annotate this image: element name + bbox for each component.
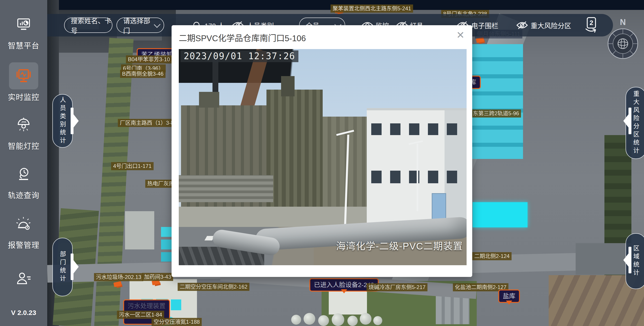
video-watermark: 海湾化学-二级-PVC二期装置 [336,238,463,252]
modal-title: 二期SPVC化学品仓库南门口5-106 [179,32,306,44]
search-placeholder: 搜索姓名、卡号 [64,15,112,35]
map-label[interactable]: 东第三跨2轨道5-96 [471,109,521,117]
map-label[interactable]: 空分空压液氮1-188 [152,318,202,326]
eye-off-icon[interactable] [516,21,528,30]
sidebar-label: 智能灯控 [8,140,39,151]
compass-north-label: N [620,18,626,27]
map-label[interactable]: 厂区南主路西（1）3-85 [118,119,179,127]
sidebar-label: 实时监控 [8,91,39,102]
sidebar-label: 报警管理 [8,239,39,250]
sidebar-item-smart-platform[interactable]: 智慧平台 [0,11,47,51]
map-label[interactable]: 4号门出口1-171 [111,162,154,170]
map-label[interactable]: B04甲苯非芳3-10 [126,55,172,64]
map-label[interactable]: 二期空分空压车间北侧2-162 [178,283,249,291]
video-timestamp: 2023/09/01 12:37:26 [180,50,298,62]
map-label[interactable]: 污水垃圾场-202.13 [94,273,143,281]
badge-count: 2 [590,19,593,26]
app-version: V 2.0.23 [0,309,47,316]
risk-zone-stats-expand-arrow[interactable] [618,108,632,135]
label-pointer [506,300,512,308]
personnel-stats-expand-arrow[interactable] [70,108,84,135]
department-select[interactable]: 请选择部门 [116,18,164,33]
toggle-major-risk-zone[interactable]: 重大风险分区 [531,20,571,30]
sidebar-item-smart-lighting[interactable]: 智能灯控 [0,111,47,151]
alarm-bell-gear-icon [16,217,31,231]
area-stats-expand-arrow[interactable] [618,247,632,274]
map-label[interactable]: 加药间3-43 [142,273,173,281]
screen-switch-icon[interactable]: 2 [584,17,598,34]
toggle-electronic-fence[interactable]: 电子围栏 [471,20,498,30]
realtime-monitor-icon [16,68,32,83]
map-label[interactable]: 聚苯装置北侧西北主路东侧5-241 [330,5,413,13]
close-icon[interactable]: ✕ [456,30,464,40]
sidebar-item-personnel-list[interactable] [0,265,47,292]
map-label[interactable]: 污水一区二区1-84 [117,311,164,319]
compass[interactable]: N [607,28,638,59]
map-label[interactable]: B西南侧全貌3-46 [120,70,166,78]
app-root: 聚苯装置北侧西北主路东侧5-2418号门东北角2-238侧月台东侧5-111苯乙… [0,0,644,326]
smart-lamp-icon [16,118,31,132]
sidebar-item-realtime-monitor[interactable]: 实时监控 [0,62,47,102]
platform-monitor-icon [16,18,31,31]
tab-personnel-category-stats[interactable]: 人员类别统计 [52,94,73,148]
person-list-icon [16,272,31,285]
sidebar-label: 智慧平台 [8,40,39,51]
sidebar-item-track-query[interactable]: 轨迹查询 [0,160,47,200]
map-label[interactable]: 烧碱冷冻厂房东侧5-217 [366,283,428,291]
camera-feed-modal: 二期SPVC化学品仓库南门口5-106 ✕ [172,25,472,277]
department-placeholder: 请选择部门 [117,15,154,35]
department-stats-expand-arrow[interactable] [70,253,84,280]
sidebar-item-alarm-management[interactable]: 报警管理 [0,210,47,250]
label-pointer [341,289,347,296]
camera-video-frame: 2023/09/01 12:37:26 海湾化学-二级-PVC二期装置 [179,49,466,265]
search-input[interactable]: 搜索姓名、卡号 [64,18,112,33]
map-label[interactable]: 盐库 [498,289,520,303]
chevron-down-icon [154,21,160,28]
track-pin-clock-icon [16,167,31,181]
map-label[interactable]: 二期北侧2-124 [472,252,512,260]
sidebar-nav: 智慧平台 实时监控 [0,0,47,326]
sidebar-label: 轨迹查询 [8,189,39,200]
tab-department-stats[interactable]: 部门统计 [52,238,73,296]
